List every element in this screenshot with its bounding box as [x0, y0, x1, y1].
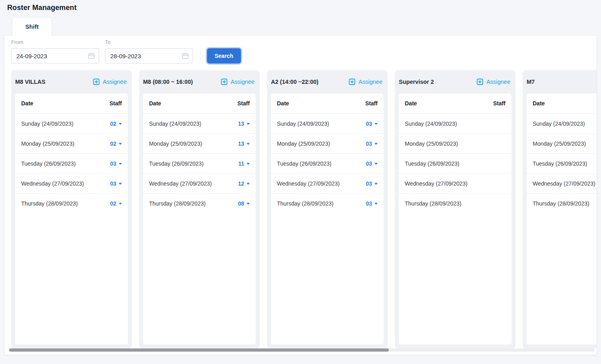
staff-count-dropdown[interactable]: 03: [366, 200, 378, 207]
staff-count-dropdown[interactable]: 03: [366, 180, 378, 187]
chevron-down-icon: [119, 203, 122, 205]
staff-count: 13: [238, 140, 244, 147]
staff-count-dropdown[interactable]: 03: [366, 140, 378, 147]
shift-table-rows: Sunday (24/09/2023) Monday (25/09/2023) …: [527, 113, 597, 213]
shift-table-header: Date Staff: [143, 93, 256, 113]
row-date: Sunday (24/09/2023): [21, 121, 74, 127]
add-assignee-icon: [93, 79, 100, 85]
staff-count-dropdown[interactable]: 13: [238, 140, 250, 147]
row-date: Wednesday (27/09/2023): [149, 180, 212, 187]
horizontal-scrollbar-thumb[interactable]: [9, 348, 389, 352]
search-button[interactable]: Search: [207, 48, 241, 63]
table-row: Thursday (28/09/2023) 02: [15, 193, 128, 213]
tab-shift[interactable]: Shift: [12, 17, 52, 36]
chevron-down-icon: [119, 183, 122, 185]
shift-table: Date Staff Sunday (24/09/2023) Monday (2…: [399, 93, 511, 344]
row-date: Monday (25/09/2023): [21, 140, 74, 147]
staff-count: 02: [110, 200, 116, 207]
staff-count-dropdown[interactable]: 03: [110, 180, 122, 187]
staff-count-dropdown[interactable]: 02: [110, 121, 122, 127]
staff-count-dropdown[interactable]: 02: [110, 200, 122, 207]
table-row: Thursday (28/09/2023): [399, 193, 511, 213]
staff-count: 03: [366, 200, 372, 207]
row-date: Sunday (24/09/2023): [149, 121, 201, 127]
table-row: Thursday (28/09/2023): [527, 193, 597, 213]
add-assignee-icon: [349, 79, 355, 85]
date-column-header: Date: [533, 100, 545, 107]
shift-card: Supervisor 2 Assignee Date Staff Sunday …: [395, 70, 515, 348]
staff-count-dropdown[interactable]: 08: [238, 200, 250, 207]
to-label: To: [105, 39, 193, 45]
shift-table-header: Date Staff: [15, 93, 128, 113]
row-date: Wednesday (27/09/2023): [533, 180, 595, 187]
assignee-link[interactable]: Assignee: [93, 79, 127, 85]
row-date: Tuesday (26/09/2023): [277, 160, 331, 167]
chevron-down-icon: [119, 163, 122, 165]
shift-cards: M8 VILLAS Assignee Date Staff Sunday (24…: [11, 70, 590, 348]
table-row: Sunday (24/09/2023) 03: [271, 113, 384, 133]
staff-count: 02: [110, 121, 116, 127]
chevron-down-icon: [119, 143, 122, 145]
staff-count-dropdown[interactable]: 03: [110, 160, 122, 167]
assignee-link[interactable]: Assignee: [477, 79, 510, 85]
staff-count-dropdown[interactable]: 03: [366, 160, 378, 167]
shift-table-header: Date Staff: [271, 93, 384, 113]
staff-count-dropdown[interactable]: 11: [238, 160, 250, 167]
staff-count-dropdown[interactable]: 13: [238, 121, 250, 127]
shift-card-header: A2 (14:00 ~22:00) Assignee: [267, 70, 388, 93]
staff-count-dropdown[interactable]: 02: [110, 140, 122, 147]
chevron-down-icon: [374, 123, 378, 125]
table-row: Wednesday (27/09/2023) 03: [15, 173, 128, 193]
horizontal-scrollbar-track[interactable]: [8, 348, 595, 352]
row-date: Monday (25/09/2023): [277, 140, 330, 147]
table-row: Tuesday (26/09/2023) 03: [15, 153, 128, 173]
shift-table: Date Staff Sunday (24/09/2023) 02 Monday…: [15, 93, 128, 344]
staff-count-dropdown[interactable]: 12: [238, 180, 250, 187]
row-date: Thursday (28/09/2023): [21, 200, 78, 207]
to-date-group: To: [105, 39, 193, 63]
staff-column-header: Staff: [365, 100, 378, 107]
date-column-header: Date: [149, 100, 161, 107]
table-row: Thursday (28/09/2023) 03: [271, 193, 384, 213]
table-row: Monday (25/09/2023): [527, 133, 597, 153]
staff-count-dropdown[interactable]: 03: [366, 121, 378, 127]
shift-table-rows: Sunday (24/09/2023) 03 Monday (25/09/202…: [271, 113, 384, 213]
row-date: Tuesday (26/09/2023): [405, 160, 459, 167]
to-date-input[interactable]: [105, 48, 193, 63]
chevron-down-icon: [247, 183, 250, 185]
staff-count: 03: [110, 160, 116, 167]
shift-title: M8 VILLAS: [15, 79, 46, 85]
staff-count: 03: [366, 180, 372, 187]
date-column-header: Date: [277, 100, 289, 107]
assignee-link[interactable]: Assignee: [349, 79, 382, 85]
chevron-down-icon: [247, 143, 250, 145]
assignee-label: Assignee: [486, 79, 510, 85]
staff-count: 03: [110, 180, 116, 187]
staff-column-header: Staff: [493, 100, 505, 107]
staff-count: 11: [238, 160, 244, 167]
chevron-down-icon: [247, 163, 250, 165]
row-date: Monday (25/09/2023): [533, 140, 586, 147]
date-column-header: Date: [21, 100, 33, 107]
page-title: Roster Management: [7, 4, 77, 12]
shift-card-header: M8 VILLAS Assignee: [11, 70, 132, 93]
tab-bar: Shift: [12, 17, 52, 36]
add-assignee-icon: [221, 79, 227, 85]
shift-table: Date Staff Sunday (24/09/2023) 13 Monday…: [143, 93, 256, 344]
row-date: Monday (25/09/2023): [149, 140, 202, 147]
table-row: Sunday (24/09/2023): [527, 113, 597, 133]
row-date: Sunday (24/09/2023): [533, 121, 585, 127]
table-row: Thursday (28/09/2023) 08: [143, 193, 256, 213]
from-date-input[interactable]: [11, 48, 99, 63]
shift-card: M8 VILLAS Assignee Date Staff Sunday (24…: [11, 70, 132, 348]
row-date: Thursday (28/09/2023): [533, 200, 589, 207]
assignee-label: Assignee: [358, 79, 382, 85]
shift-table: Date Staff Sunday (24/09/2023) 03 Monday…: [271, 93, 384, 344]
shift-card: A2 (14:00 ~22:00) Assignee Date Staff Su…: [267, 70, 388, 348]
shift-title: M8 (08:00 ~ 16:00): [143, 79, 193, 85]
shift-table-rows: Sunday (24/09/2023) 13 Monday (25/09/202…: [143, 113, 256, 213]
chevron-down-icon: [247, 203, 250, 205]
row-date: Thursday (28/09/2023): [149, 200, 206, 207]
assignee-link[interactable]: Assignee: [221, 79, 255, 85]
chevron-down-icon: [374, 163, 378, 165]
